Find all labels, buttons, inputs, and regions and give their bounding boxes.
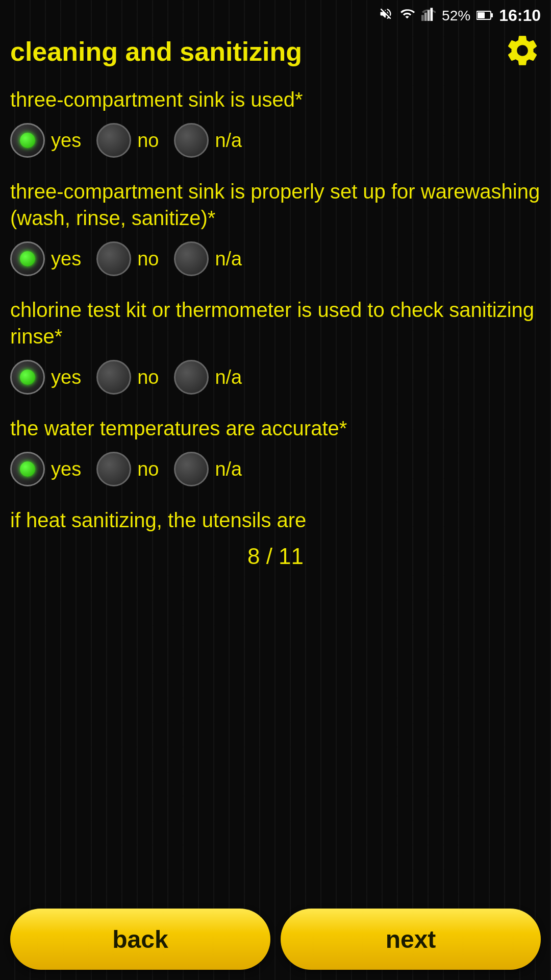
question-label-1: three-compartment sink is used* xyxy=(10,86,541,113)
radio-group-3: yes no n/a xyxy=(10,360,541,395)
radio-label-na-4: n/a xyxy=(215,458,242,480)
radio-button-na-2[interactable] xyxy=(174,241,209,276)
radio-option-na-2[interactable]: n/a xyxy=(174,241,242,276)
radio-button-yes-1[interactable] xyxy=(10,123,45,158)
status-bar: 52% 16:10 xyxy=(0,0,551,27)
radio-button-yes-3[interactable] xyxy=(10,360,45,395)
content-area: three-compartment sink is used* yes no n… xyxy=(0,81,551,681)
radio-option-na-3[interactable]: n/a xyxy=(174,360,242,395)
radio-label-yes-4: yes xyxy=(51,458,81,480)
mute-icon xyxy=(379,7,393,24)
radio-option-yes-4[interactable]: yes xyxy=(10,452,81,486)
pagination: 8 / 11 xyxy=(10,538,541,579)
svg-rect-5 xyxy=(491,13,493,17)
question-block-4: the water temperatures are accurate* yes… xyxy=(10,415,541,486)
question-label-2: three-compartment sink is properly set u… xyxy=(10,178,541,231)
radio-label-yes-2: yes xyxy=(51,248,81,270)
question-label-4: the water temperatures are accurate* xyxy=(10,415,541,442)
radio-button-na-1[interactable] xyxy=(174,123,209,158)
radio-button-no-4[interactable] xyxy=(96,452,131,486)
radio-group-2: yes no n/a xyxy=(10,241,541,276)
radio-button-na-4[interactable] xyxy=(174,452,209,486)
page-title: cleaning and sanitizing xyxy=(10,36,302,67)
radio-group-4: yes no n/a xyxy=(10,452,541,486)
svg-rect-2 xyxy=(428,10,430,21)
radio-option-no-3[interactable]: no xyxy=(96,360,159,395)
radio-option-yes-2[interactable]: yes xyxy=(10,241,81,276)
wifi-icon xyxy=(399,7,415,24)
radio-option-no-2[interactable]: no xyxy=(96,241,159,276)
radio-option-na-1[interactable]: n/a xyxy=(174,123,242,158)
question-block-2: three-compartment sink is properly set u… xyxy=(10,178,541,276)
question-label-3: chlorine test kit or thermometer is used… xyxy=(10,297,541,350)
radio-label-yes-1: yes xyxy=(51,130,81,152)
radio-option-yes-3[interactable]: yes xyxy=(10,360,81,395)
radio-option-no-4[interactable]: no xyxy=(96,452,159,486)
svg-rect-6 xyxy=(478,12,485,18)
radio-button-na-3[interactable] xyxy=(174,360,209,395)
next-button[interactable]: next xyxy=(281,909,541,970)
radio-label-no-1: no xyxy=(137,130,159,152)
radio-button-no-3[interactable] xyxy=(96,360,131,395)
partial-question: if heat sanitizing, the utensils are xyxy=(10,507,541,533)
radio-button-no-2[interactable] xyxy=(96,241,131,276)
radio-button-no-1[interactable] xyxy=(96,123,131,158)
battery-icon xyxy=(477,8,493,24)
svg-rect-0 xyxy=(421,15,424,21)
settings-button[interactable] xyxy=(504,32,541,71)
radio-label-yes-3: yes xyxy=(51,366,81,388)
question-block-1: three-compartment sink is used* yes no n… xyxy=(10,86,541,158)
time-display: 16:10 xyxy=(499,6,541,25)
svg-rect-3 xyxy=(431,8,433,21)
radio-option-yes-1[interactable]: yes xyxy=(10,123,81,158)
bottom-navigation: back next xyxy=(0,898,551,980)
radio-button-yes-2[interactable] xyxy=(10,241,45,276)
radio-label-na-2: n/a xyxy=(215,248,242,270)
svg-rect-1 xyxy=(424,13,427,21)
radio-label-na-3: n/a xyxy=(215,366,242,388)
radio-label-no-2: no xyxy=(137,248,159,270)
battery-text: 52% xyxy=(442,8,470,24)
radio-button-yes-4[interactable] xyxy=(10,452,45,486)
radio-label-no-3: no xyxy=(137,366,159,388)
radio-option-na-4[interactable]: n/a xyxy=(174,452,242,486)
question-block-3: chlorine test kit or thermometer is used… xyxy=(10,297,541,395)
radio-label-na-1: n/a xyxy=(215,130,242,152)
radio-option-no-1[interactable]: no xyxy=(96,123,159,158)
radio-label-no-4: no xyxy=(137,458,159,480)
signal-icon xyxy=(421,7,436,24)
radio-group-1: yes no n/a xyxy=(10,123,541,158)
header: cleaning and sanitizing xyxy=(0,27,551,81)
back-button[interactable]: back xyxy=(10,909,270,970)
